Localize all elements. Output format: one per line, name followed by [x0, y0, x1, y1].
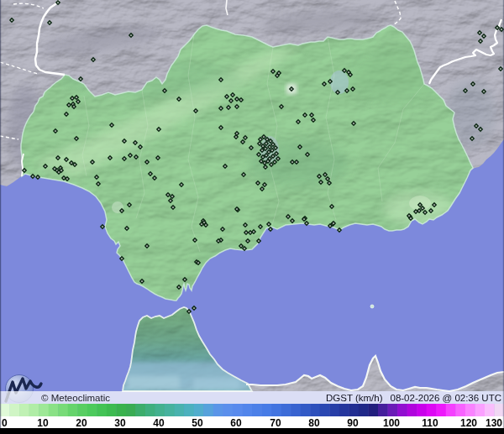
svg-text:100: 100 [383, 417, 400, 429]
svg-text:90: 90 [347, 417, 359, 429]
svg-text:130: 130 [486, 417, 502, 429]
svg-text:20: 20 [76, 417, 87, 429]
svg-text:110: 110 [422, 417, 438, 429]
svg-text:60: 60 [230, 417, 242, 429]
svg-text:70: 70 [270, 417, 281, 429]
svg-text:50: 50 [192, 417, 203, 429]
svg-text:0: 0 [2, 417, 8, 429]
svg-text:120: 120 [460, 417, 477, 429]
svg-text:10: 10 [37, 417, 49, 429]
svg-text:40: 40 [153, 417, 165, 429]
svg-text:© Meteoclimatic: © Meteoclimatic [41, 393, 110, 403]
svg-text:30: 30 [114, 417, 126, 429]
svg-text:80: 80 [308, 417, 320, 429]
svg-text:DGST (km/h) 08-02-2026 @ 02:3: DGST (km/h) 08-02-2026 @ 02:36 UTC [326, 393, 501, 403]
